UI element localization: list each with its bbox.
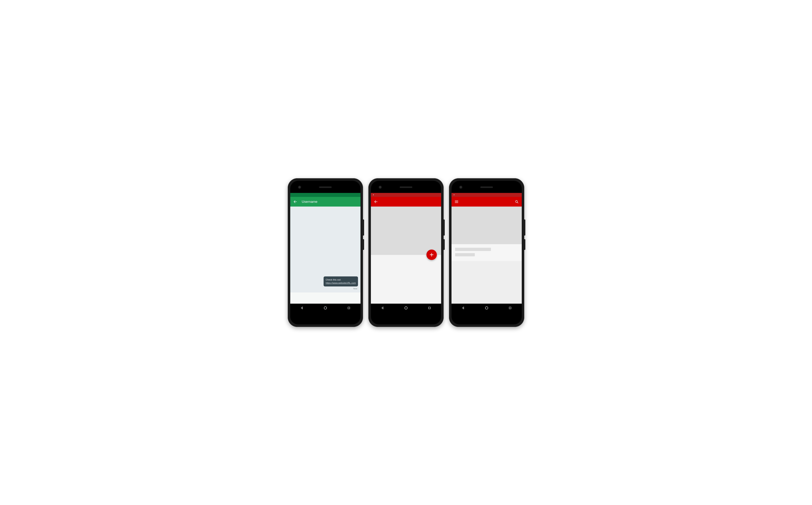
device-bottom-bezel xyxy=(371,312,441,324)
svg-point-4 xyxy=(515,200,517,202)
nav-recents-button[interactable] xyxy=(426,304,433,312)
search-icon xyxy=(515,200,519,204)
device-frame-2 xyxy=(368,178,444,327)
device-top-bezel xyxy=(452,181,522,193)
speaker-icon xyxy=(400,186,412,188)
device-bezel: Username Check this out: https://www.web… xyxy=(290,181,360,324)
device-frame-3 xyxy=(449,178,524,327)
chat-timestamp: Now xyxy=(353,288,357,290)
nav-home-button[interactable] xyxy=(322,304,329,312)
device-bezel xyxy=(371,181,441,324)
square-recents-icon xyxy=(347,306,350,310)
fab-add-button[interactable] xyxy=(427,249,437,260)
app-bar-title: Username xyxy=(302,200,318,204)
speaker-icon xyxy=(319,186,332,188)
list-content xyxy=(452,206,522,304)
hamburger-icon xyxy=(455,200,459,204)
lightning-icon xyxy=(373,194,374,196)
back-button[interactable] xyxy=(293,199,298,204)
svg-rect-3 xyxy=(429,307,430,309)
skeleton-title xyxy=(455,248,491,251)
speaker-icon xyxy=(480,186,493,188)
nav-home-button[interactable] xyxy=(483,304,490,312)
triangle-back-icon xyxy=(461,306,465,310)
android-nav-bar xyxy=(290,304,360,312)
camera-icon xyxy=(460,186,462,188)
screen-chat: Username Check this out: https://www.web… xyxy=(290,193,360,312)
screen-detail xyxy=(371,193,441,312)
android-nav-bar xyxy=(371,304,441,312)
triangle-back-icon xyxy=(381,306,384,310)
chat-bubble-outgoing[interactable]: Check this out: https://www.websiteURL.c… xyxy=(324,277,358,286)
svg-rect-1 xyxy=(348,307,350,309)
arrow-left-icon xyxy=(374,200,378,204)
square-recents-icon xyxy=(428,306,431,310)
svg-rect-6 xyxy=(509,307,511,309)
list-item[interactable] xyxy=(452,244,522,261)
app-bar: Username xyxy=(290,197,360,206)
device-top-bezel xyxy=(290,181,360,193)
compose-bar[interactable] xyxy=(290,292,360,304)
circle-home-icon xyxy=(485,306,489,310)
nav-home-button[interactable] xyxy=(402,304,410,312)
nav-back-button[interactable] xyxy=(460,304,467,312)
screen-list xyxy=(452,193,522,312)
app-bar xyxy=(371,197,441,206)
chat-bubble-link[interactable]: https://www.websiteURL.com xyxy=(326,282,356,284)
status-bar xyxy=(371,193,441,197)
status-bar xyxy=(290,193,360,197)
app-bar xyxy=(452,197,522,206)
square-recents-icon xyxy=(508,306,512,310)
camera-icon xyxy=(379,186,381,188)
device-frame-1: Username Check this out: https://www.web… xyxy=(288,178,363,327)
menu-button[interactable] xyxy=(454,199,459,204)
hero-image-placeholder xyxy=(371,206,441,255)
device-bottom-bezel xyxy=(452,312,522,324)
device-top-bezel xyxy=(371,181,441,193)
back-button[interactable] xyxy=(373,199,378,204)
circle-home-icon xyxy=(323,306,327,310)
triangle-back-icon xyxy=(300,306,304,310)
chat-scroll-area[interactable]: Check this out: https://www.websiteURL.c… xyxy=(290,206,360,292)
device-bottom-bezel xyxy=(290,312,360,324)
hero-image-placeholder xyxy=(452,206,522,244)
skeleton-subtitle xyxy=(455,253,475,257)
device-bezel xyxy=(452,181,522,324)
lightning-icon xyxy=(453,194,455,196)
status-bar xyxy=(452,193,522,197)
svg-point-0 xyxy=(324,307,327,309)
arrow-left-icon xyxy=(293,200,297,204)
detail-content xyxy=(371,206,441,304)
camera-icon xyxy=(299,186,301,188)
nav-recents-button[interactable] xyxy=(506,304,514,312)
circle-home-icon xyxy=(404,306,408,310)
android-nav-bar xyxy=(452,304,522,312)
chat-bubble-text: Check this out: xyxy=(326,279,341,281)
content-body[interactable] xyxy=(452,261,522,304)
svg-point-5 xyxy=(485,307,488,309)
chat-content: Check this out: https://www.websiteURL.c… xyxy=(290,206,360,304)
nav-back-button[interactable] xyxy=(298,304,306,312)
plus-icon xyxy=(429,252,434,257)
content-body[interactable] xyxy=(371,255,441,304)
svg-point-2 xyxy=(405,307,408,309)
search-button[interactable] xyxy=(514,199,519,204)
nav-recents-button[interactable] xyxy=(345,304,352,312)
nav-back-button[interactable] xyxy=(379,304,386,312)
